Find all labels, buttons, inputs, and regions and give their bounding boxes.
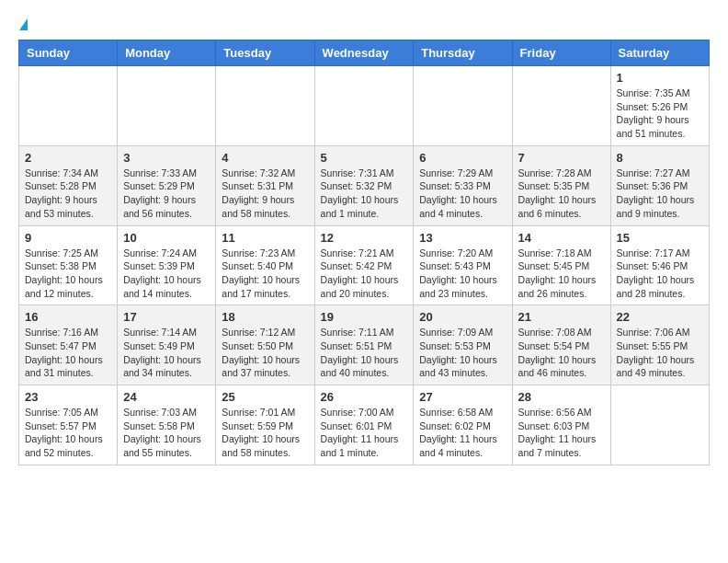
calendar-week-5: 23Sunrise: 7:05 AM Sunset: 5:57 PM Dayli… <box>19 385 710 465</box>
day-number: 5 <box>321 151 408 165</box>
calendar-header-thursday: Thursday <box>414 40 512 66</box>
day-number: 3 <box>123 151 210 165</box>
day-info: Sunrise: 7:34 AM Sunset: 5:28 PM Dayligh… <box>25 167 111 221</box>
day-number: 25 <box>222 390 308 404</box>
calendar-header-tuesday: Tuesday <box>216 40 314 66</box>
calendar-cell <box>118 66 216 146</box>
day-number: 18 <box>222 310 308 324</box>
day-info: Sunrise: 7:00 AM Sunset: 6:01 PM Dayligh… <box>321 406 408 460</box>
calendar-cell: 10Sunrise: 7:24 AM Sunset: 5:39 PM Dayli… <box>118 225 216 305</box>
day-number: 22 <box>617 310 703 324</box>
calendar-cell: 28Sunrise: 6:56 AM Sunset: 6:03 PM Dayli… <box>512 385 610 465</box>
day-info: Sunrise: 7:09 AM Sunset: 5:53 PM Dayligh… <box>419 326 506 380</box>
day-number: 20 <box>419 310 506 324</box>
calendar-cell: 24Sunrise: 7:03 AM Sunset: 5:58 PM Dayli… <box>118 385 216 465</box>
day-info: Sunrise: 7:32 AM Sunset: 5:31 PM Dayligh… <box>222 167 308 221</box>
calendar-cell: 20Sunrise: 7:09 AM Sunset: 5:53 PM Dayli… <box>414 305 512 385</box>
day-number: 6 <box>419 151 506 165</box>
day-info: Sunrise: 7:11 AM Sunset: 5:51 PM Dayligh… <box>321 326 408 380</box>
calendar-cell: 6Sunrise: 7:29 AM Sunset: 5:33 PM Daylig… <box>414 145 512 225</box>
calendar-cell: 18Sunrise: 7:12 AM Sunset: 5:50 PM Dayli… <box>216 305 314 385</box>
day-number: 8 <box>617 151 703 165</box>
day-number: 7 <box>518 151 605 165</box>
calendar-header-saturday: Saturday <box>610 40 709 66</box>
day-number: 4 <box>222 151 308 165</box>
day-info: Sunrise: 7:25 AM Sunset: 5:38 PM Dayligh… <box>25 247 111 301</box>
calendar-cell: 11Sunrise: 7:23 AM Sunset: 5:40 PM Dayli… <box>216 225 314 305</box>
calendar-cell: 19Sunrise: 7:11 AM Sunset: 5:51 PM Dayli… <box>314 305 414 385</box>
calendar-cell: 9Sunrise: 7:25 AM Sunset: 5:38 PM Daylig… <box>19 225 118 305</box>
calendar-header-monday: Monday <box>118 40 216 66</box>
day-number: 17 <box>123 310 210 324</box>
calendar-cell: 23Sunrise: 7:05 AM Sunset: 5:57 PM Dayli… <box>19 385 118 465</box>
day-info: Sunrise: 7:12 AM Sunset: 5:50 PM Dayligh… <box>222 326 308 380</box>
day-info: Sunrise: 7:29 AM Sunset: 5:33 PM Dayligh… <box>419 167 506 221</box>
calendar-cell: 5Sunrise: 7:31 AM Sunset: 5:32 PM Daylig… <box>314 145 414 225</box>
day-info: Sunrise: 7:14 AM Sunset: 5:49 PM Dayligh… <box>123 326 210 380</box>
day-info: Sunrise: 7:24 AM Sunset: 5:39 PM Dayligh… <box>123 247 210 301</box>
day-info: Sunrise: 7:18 AM Sunset: 5:45 PM Dayligh… <box>518 247 605 301</box>
calendar-cell <box>414 66 512 146</box>
calendar-cell: 21Sunrise: 7:08 AM Sunset: 5:54 PM Dayli… <box>512 305 610 385</box>
calendar-cell: 15Sunrise: 7:17 AM Sunset: 5:46 PM Dayli… <box>610 225 709 305</box>
calendar-cell: 8Sunrise: 7:27 AM Sunset: 5:36 PM Daylig… <box>610 145 709 225</box>
day-info: Sunrise: 6:58 AM Sunset: 6:02 PM Dayligh… <box>419 406 506 460</box>
day-info: Sunrise: 7:35 AM Sunset: 5:26 PM Dayligh… <box>617 86 703 141</box>
calendar-cell: 7Sunrise: 7:28 AM Sunset: 5:35 PM Daylig… <box>512 145 610 225</box>
day-info: Sunrise: 7:27 AM Sunset: 5:36 PM Dayligh… <box>617 167 703 221</box>
day-number: 21 <box>518 310 605 324</box>
day-info: Sunrise: 7:03 AM Sunset: 5:58 PM Dayligh… <box>123 406 210 460</box>
calendar-cell: 16Sunrise: 7:16 AM Sunset: 5:47 PM Dayli… <box>19 305 118 385</box>
calendar-cell: 4Sunrise: 7:32 AM Sunset: 5:31 PM Daylig… <box>216 145 314 225</box>
day-number: 28 <box>518 390 605 404</box>
calendar-cell <box>19 66 118 146</box>
calendar-header-row: SundayMondayTuesdayWednesdayThursdayFrid… <box>19 40 710 66</box>
day-info: Sunrise: 7:16 AM Sunset: 5:47 PM Dayligh… <box>25 326 111 380</box>
calendar-cell: 27Sunrise: 6:58 AM Sunset: 6:02 PM Dayli… <box>414 385 512 465</box>
calendar-header-friday: Friday <box>512 40 610 66</box>
logo <box>18 18 28 30</box>
day-number: 16 <box>25 310 111 324</box>
calendar-cell: 17Sunrise: 7:14 AM Sunset: 5:49 PM Dayli… <box>118 305 216 385</box>
day-number: 23 <box>25 390 111 404</box>
calendar-cell: 1Sunrise: 7:35 AM Sunset: 5:26 PM Daylig… <box>610 66 709 146</box>
day-info: Sunrise: 7:23 AM Sunset: 5:40 PM Dayligh… <box>222 247 308 301</box>
calendar-cell: 14Sunrise: 7:18 AM Sunset: 5:45 PM Dayli… <box>512 225 610 305</box>
calendar-week-2: 2Sunrise: 7:34 AM Sunset: 5:28 PM Daylig… <box>19 145 710 225</box>
day-info: Sunrise: 7:05 AM Sunset: 5:57 PM Dayligh… <box>25 406 111 460</box>
day-number: 1 <box>617 71 703 85</box>
calendar-cell: 13Sunrise: 7:20 AM Sunset: 5:43 PM Dayli… <box>414 225 512 305</box>
day-number: 10 <box>123 231 210 245</box>
day-number: 2 <box>25 151 111 165</box>
day-number: 15 <box>617 231 703 245</box>
day-number: 26 <box>321 390 408 404</box>
calendar-header-wednesday: Wednesday <box>314 40 414 66</box>
day-info: Sunrise: 7:20 AM Sunset: 5:43 PM Dayligh… <box>419 247 506 301</box>
day-info: Sunrise: 7:06 AM Sunset: 5:55 PM Dayligh… <box>617 326 703 380</box>
calendar-cell <box>216 66 314 146</box>
calendar-header-sunday: Sunday <box>19 40 118 66</box>
calendar-week-1: 1Sunrise: 7:35 AM Sunset: 5:26 PM Daylig… <box>19 66 710 146</box>
calendar-cell: 26Sunrise: 7:00 AM Sunset: 6:01 PM Dayli… <box>314 385 414 465</box>
day-info: Sunrise: 7:33 AM Sunset: 5:29 PM Dayligh… <box>123 167 210 221</box>
calendar-table: SundayMondayTuesdayWednesdayThursdayFrid… <box>18 40 710 465</box>
calendar-week-4: 16Sunrise: 7:16 AM Sunset: 5:47 PM Dayli… <box>19 305 710 385</box>
day-number: 19 <box>321 310 408 324</box>
day-number: 13 <box>419 231 506 245</box>
day-number: 14 <box>518 231 605 245</box>
day-info: Sunrise: 7:17 AM Sunset: 5:46 PM Dayligh… <box>617 247 703 301</box>
day-info: Sunrise: 7:28 AM Sunset: 5:35 PM Dayligh… <box>518 167 605 221</box>
day-info: Sunrise: 6:56 AM Sunset: 6:03 PM Dayligh… <box>518 406 605 460</box>
day-info: Sunrise: 7:21 AM Sunset: 5:42 PM Dayligh… <box>321 247 408 301</box>
calendar-week-3: 9Sunrise: 7:25 AM Sunset: 5:38 PM Daylig… <box>19 225 710 305</box>
calendar-cell: 3Sunrise: 7:33 AM Sunset: 5:29 PM Daylig… <box>118 145 216 225</box>
header <box>18 18 710 30</box>
calendar-cell: 2Sunrise: 7:34 AM Sunset: 5:28 PM Daylig… <box>19 145 118 225</box>
day-info: Sunrise: 7:08 AM Sunset: 5:54 PM Dayligh… <box>518 326 605 380</box>
day-number: 24 <box>123 390 210 404</box>
day-number: 9 <box>25 231 111 245</box>
day-info: Sunrise: 7:31 AM Sunset: 5:32 PM Dayligh… <box>321 167 408 221</box>
day-number: 27 <box>419 390 506 404</box>
calendar-cell: 12Sunrise: 7:21 AM Sunset: 5:42 PM Dayli… <box>314 225 414 305</box>
calendar-cell <box>512 66 610 146</box>
